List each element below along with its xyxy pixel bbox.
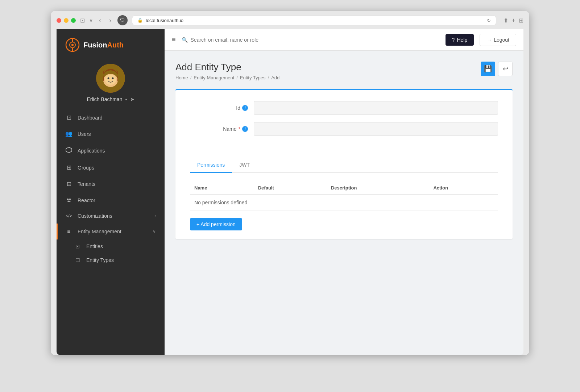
form-card: Id i Name * i xyxy=(175,89,513,239)
forward-nav-button[interactable]: › xyxy=(107,16,113,25)
add-permission-button[interactable]: + Add permission xyxy=(190,218,242,230)
tab-permissions[interactable]: Permissions xyxy=(190,158,232,173)
avatar-image xyxy=(96,64,125,93)
profile-card-icon[interactable]: ▪️ xyxy=(125,96,127,102)
permissions-section: Name Default Description Action No permi… xyxy=(175,173,513,239)
sidebar-item-tenants[interactable]: ⊟ Tenants xyxy=(57,176,165,192)
sidebar-nav: ⊡ Dashboard 👥 Users Applications ⊞ Group… xyxy=(57,109,165,355)
id-info-icon[interactable]: i xyxy=(242,105,248,111)
sidebar-item-reactor[interactable]: ☢ Reactor xyxy=(57,192,165,208)
empty-message: No permissions defined xyxy=(190,195,498,211)
id-input[interactable] xyxy=(254,101,498,115)
sidebar-item-users[interactable]: 👥 Users xyxy=(57,126,165,142)
name-field-row: Name * i xyxy=(190,122,498,136)
dot-green[interactable] xyxy=(71,18,76,23)
main-content: Add Entity Type Home / Entity Management… xyxy=(165,51,523,355)
page-header: Add Entity Type Home / Entity Management… xyxy=(175,62,513,80)
sidebar-item-dashboard[interactable]: ⊡ Dashboard xyxy=(57,109,165,126)
sidebar-item-entities[interactable]: ⊡ Entities xyxy=(57,239,165,253)
browser-actions: ⬆ + ⊞ xyxy=(504,17,523,24)
page-title-section: Add Entity Type Home / Entity Management… xyxy=(175,62,279,80)
browser-dots xyxy=(57,18,76,23)
menu-icon[interactable]: ≡ xyxy=(172,36,176,43)
page-title: Add Entity Type xyxy=(175,62,279,73)
breadcrumb-sep-3: / xyxy=(268,75,269,80)
reactor-icon: ☢ xyxy=(65,197,72,204)
dot-red[interactable] xyxy=(57,18,61,23)
search-input[interactable] xyxy=(191,37,440,43)
breadcrumb-entity-types[interactable]: Entity Types xyxy=(240,75,266,80)
chevron-down-icon: ∨ xyxy=(89,17,93,23)
sidebar-item-label: Groups xyxy=(78,165,94,171)
table-row: No permissions defined xyxy=(190,195,498,211)
sidebar-item-label: Users xyxy=(78,131,91,137)
col-name: Name xyxy=(190,182,254,195)
url-display: local.fusionauth.io xyxy=(146,18,183,23)
col-action: Action xyxy=(429,182,498,195)
table-header: Name Default Description Action xyxy=(190,182,498,195)
form-body: Id i Name * i xyxy=(175,90,513,154)
permissions-table: Name Default Description Action No permi… xyxy=(190,182,498,211)
chevron-left-icon: ‹ xyxy=(154,213,156,218)
table-header-row: Name Default Description Action xyxy=(190,182,498,195)
svg-point-8 xyxy=(108,78,109,79)
sidebar-item-groups[interactable]: ⊞ Groups xyxy=(57,159,165,176)
dot-yellow[interactable] xyxy=(64,18,69,23)
id-field-row: Id i xyxy=(190,101,498,115)
name-info-icon[interactable]: i xyxy=(242,126,248,132)
user-profile: Erlich Bachman ▪️ ➤ xyxy=(57,58,165,109)
logout-button[interactable]: → Logout xyxy=(480,34,516,46)
profile-name: Erlich Bachman xyxy=(87,96,122,102)
search-icon: 🔍 xyxy=(182,37,188,43)
search-bar: 🔍 xyxy=(182,37,440,43)
breadcrumb-entity-management[interactable]: Entity Management xyxy=(194,75,234,80)
back-nav-button[interactable]: ‹ xyxy=(97,16,103,25)
breadcrumb: Home / Entity Management / Entity Types … xyxy=(175,75,279,80)
address-bar[interactable]: 🔒 local.fusionauth.io ↻ xyxy=(132,16,496,25)
tab-jwt[interactable]: JWT xyxy=(232,158,257,173)
chevron-down-icon: ∨ xyxy=(153,229,156,234)
profile-location-icon[interactable]: ➤ xyxy=(130,96,134,102)
sidebar-item-entity-types[interactable]: ☐ Entity Types xyxy=(57,253,165,267)
sidebar-toggle-icon[interactable]: ⊡ xyxy=(80,17,85,24)
name-input[interactable] xyxy=(254,122,498,136)
browser-window: ⊡ ∨ ‹ › 🛡 🔒 local.fusionauth.io ↻ ⬆ + ⊞ xyxy=(51,11,529,355)
sidebar-item-label: Tenants xyxy=(78,181,95,187)
sidebar-item-entity-management[interactable]: ≡ Entity Management ∨ xyxy=(57,224,165,239)
col-default: Default xyxy=(254,182,327,195)
sidebar-item-label: Customizations xyxy=(78,213,112,219)
name-label: Name * i xyxy=(190,126,248,132)
breadcrumb-sep-1: / xyxy=(190,75,192,80)
grid-button[interactable]: ⊞ xyxy=(519,17,523,24)
share-button[interactable]: ⬆ xyxy=(504,17,508,24)
table-body: No permissions defined xyxy=(190,195,498,211)
logo-text: FusionAuth xyxy=(83,41,124,49)
sidebar-item-label: Applications xyxy=(78,148,105,154)
sidebar-item-applications[interactable]: Applications xyxy=(57,142,165,159)
help-button[interactable]: ? Help xyxy=(446,34,474,46)
shield-icon: 🛡 xyxy=(117,15,128,25)
logout-icon: → xyxy=(486,37,492,43)
refresh-icon[interactable]: ↻ xyxy=(487,18,491,23)
entity-types-icon: ☐ xyxy=(74,257,81,263)
save-button[interactable]: 💾 xyxy=(481,62,495,76)
app-window: FusionAuth xyxy=(57,29,523,355)
groups-icon: ⊞ xyxy=(65,164,72,171)
sidebar-item-customizations[interactable]: </> Customizations ‹ xyxy=(57,208,165,224)
sidebar-subitem-label: Entities xyxy=(86,243,103,249)
entity-management-icon: ≡ xyxy=(65,228,72,235)
logo-auth: Auth xyxy=(107,41,124,49)
id-label: Id i xyxy=(190,105,248,111)
help-icon: ? xyxy=(452,37,455,43)
breadcrumb-home[interactable]: Home xyxy=(175,75,188,80)
customizations-icon: </> xyxy=(65,213,72,218)
entities-icon: ⊡ xyxy=(74,243,81,249)
logo-fusion: Fusion xyxy=(83,41,107,49)
breadcrumb-sep-2: / xyxy=(236,75,238,80)
browser-titlebar: ⊡ ∨ ‹ › 🛡 🔒 local.fusionauth.io ↻ ⬆ + ⊞ xyxy=(57,15,523,25)
new-tab-button[interactable]: + xyxy=(512,17,515,24)
back-button[interactable]: ↩ xyxy=(498,62,513,76)
sidebar-item-label: Reactor xyxy=(78,197,95,203)
users-icon: 👥 xyxy=(65,130,72,137)
form-tabs: Permissions JWT xyxy=(190,158,498,173)
